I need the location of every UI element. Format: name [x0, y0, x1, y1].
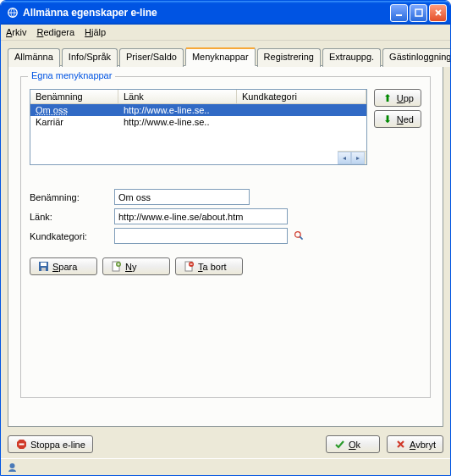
cell-name: Karriär [36, 117, 63, 127]
save-icon [37, 261, 49, 273]
search-icon[interactable] [293, 230, 305, 242]
window-title: Allmänna egenskaper e-line [23, 7, 390, 19]
svg-rect-1 [396, 14, 402, 16]
col-header-kat[interactable]: Kundkategori [237, 90, 366, 103]
tab-extrauppg[interactable]: Extrauppg. [322, 48, 381, 67]
menu-buttons-list[interactable]: Benämning Länk Kundkategori Om oss http:… [30, 89, 367, 165]
label-kundkategori: Kundkategori: [30, 231, 114, 241]
new-icon [110, 261, 122, 273]
ok-button[interactable]: Ok [326, 435, 380, 453]
stop-label: Stoppa e-line [30, 440, 85, 450]
horizontal-scrollbar[interactable]: ◂ ▸ [338, 151, 366, 164]
list-row[interactable]: Om oss http://www.e-line.se.. [30, 104, 366, 116]
svg-rect-2 [415, 9, 422, 16]
tab-registrering[interactable]: Registrering [257, 48, 321, 67]
footer: Stoppa e-line Ok Avbryt [1, 430, 450, 458]
window: Allmänna egenskaper e-line Arkiv Rediger… [0, 0, 451, 476]
minimize-button[interactable] [390, 4, 408, 22]
svg-point-14 [9, 463, 14, 468]
delete-button[interactable]: Ta bort [175, 257, 243, 275]
arrow-down-icon: ⬇ [382, 113, 393, 125]
col-header-name[interactable]: Benämning [30, 90, 118, 103]
menu-edit[interactable]: Redigera [36, 27, 74, 37]
tab-panel: Egna menyknappar Benämning Länk Kundkate… [8, 65, 443, 427]
label-benamning: Benämning: [30, 192, 114, 202]
cancel-icon [394, 439, 406, 451]
reorder-buttons: ⬆ Upp ⬇ Ned [374, 89, 421, 165]
scroll-right-icon[interactable]: ▸ [351, 152, 365, 164]
menubar: Arkiv Redigera Hjälp [1, 25, 450, 41]
delete-icon [183, 261, 195, 273]
tab-gastinloggningar[interactable]: Gästinloggningar [382, 48, 451, 67]
cell-link: http://www.e-line.se.. [118, 104, 237, 116]
tabbar: Allmänna Info/Språk Priser/Saldo Menykna… [8, 47, 443, 66]
svg-rect-7 [41, 268, 46, 271]
svg-line-4 [300, 236, 302, 239]
content-area: Allmänna Info/Språk Priser/Saldo Menykna… [1, 41, 450, 430]
action-buttons: Spara Ny Ta bort [30, 257, 421, 275]
up-button[interactable]: ⬆ Upp [374, 89, 421, 107]
stop-eline-button[interactable]: Stoppa e-line [8, 435, 93, 453]
list-header: Benämning Länk Kundkategori [30, 90, 366, 104]
save-button[interactable]: Spara [30, 257, 97, 275]
tab-infosprak[interactable]: Info/Språk [62, 48, 118, 67]
arrow-up-icon: ⬆ [382, 92, 393, 104]
stop-icon [15, 439, 27, 451]
input-kundkategori[interactable] [114, 228, 288, 244]
cell-kat [237, 116, 366, 128]
menu-help[interactable]: Hjälp [85, 27, 106, 37]
cell-kat [237, 104, 366, 116]
app-icon [6, 6, 19, 19]
down-button[interactable]: ⬇ Ned [374, 110, 421, 128]
list-body: Om oss http://www.e-line.se.. Karriär ht… [30, 104, 366, 164]
input-lank[interactable] [114, 208, 288, 224]
status-icon [6, 462, 18, 473]
menu-file[interactable]: Arkiv [6, 27, 26, 37]
statusbar [1, 458, 450, 475]
cell-link: http://www.e-line.se.. [118, 116, 237, 128]
label-lank: Länk: [30, 212, 114, 222]
new-button[interactable]: Ny [102, 257, 170, 275]
svg-point-3 [294, 232, 300, 238]
fieldset-egna-menyknappar: Egna menyknappar Benämning Länk Kundkate… [20, 76, 431, 398]
tab-allmanna[interactable]: Allmänna [8, 48, 60, 67]
fieldset-legend: Egna menyknappar [28, 70, 115, 80]
tab-menyknappar[interactable]: Menyknappar [185, 47, 256, 66]
maximize-button[interactable] [410, 4, 427, 22]
list-row[interactable]: Karriär http://www.e-line.se.. [30, 116, 366, 128]
cancel-button[interactable]: Avbryt [387, 435, 443, 453]
check-icon [333, 439, 345, 451]
tab-prisersaldo[interactable]: Priser/Saldo [119, 48, 184, 67]
svg-rect-6 [41, 263, 47, 266]
cell-name: Om oss [36, 105, 68, 115]
col-header-link[interactable]: Länk [118, 90, 237, 103]
titlebar: Allmänna egenskaper e-line [1, 1, 450, 25]
scroll-left-icon[interactable]: ◂ [338, 152, 351, 164]
close-button[interactable] [429, 4, 447, 22]
input-benamning[interactable] [114, 189, 250, 205]
svg-rect-13 [19, 444, 24, 446]
